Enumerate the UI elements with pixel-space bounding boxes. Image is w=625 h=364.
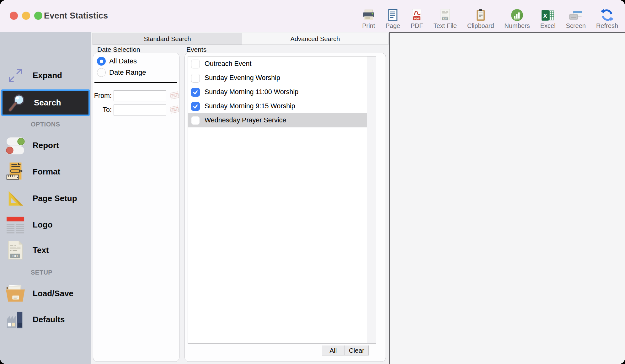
from-date-input[interactable] bbox=[114, 90, 166, 101]
report-content-pane bbox=[389, 32, 625, 364]
window-title: Event Statistics bbox=[44, 0, 108, 32]
clipboard-button[interactable]: Clipboard bbox=[467, 8, 494, 29]
sidebar-item-defaults[interactable]: Defaults bbox=[0, 308, 91, 331]
to-calendar-button[interactable] bbox=[169, 105, 179, 115]
date-range-radio-row[interactable]: Date Range bbox=[97, 67, 146, 78]
to-label: To: bbox=[92, 106, 112, 114]
event-checkbox[interactable] bbox=[191, 102, 200, 111]
print-button[interactable]: Print bbox=[362, 8, 375, 29]
page-icon bbox=[387, 8, 398, 21]
search-tabs: Standard Search Advanced Search bbox=[93, 33, 388, 45]
app-window: Event Statistics Print bbox=[0, 0, 625, 364]
minimize-window-button[interactable] bbox=[22, 12, 30, 20]
events-group: Outreach EventSunday Evening WorshipSund… bbox=[184, 53, 386, 362]
events-scrollbar[interactable] bbox=[367, 56, 376, 343]
tab-standard-search[interactable]: Standard Search bbox=[93, 33, 242, 45]
events-buttons: All Clear bbox=[322, 345, 369, 356]
svg-text:X: X bbox=[543, 13, 547, 19]
event-checkbox[interactable] bbox=[191, 74, 200, 83]
sidebar-item-load-save[interactable]: Load/Save bbox=[0, 282, 91, 305]
search-panel: Standard Search Advanced Search Date Sel… bbox=[91, 32, 389, 364]
logo-layout-icon bbox=[5, 214, 26, 235]
all-dates-radio[interactable] bbox=[97, 57, 106, 66]
sidebar-item-label: Expand bbox=[33, 71, 62, 80]
sidebar-item-label: Load/Save bbox=[33, 289, 73, 298]
svg-text:TXT: TXT bbox=[442, 17, 448, 20]
sidebar-item-format[interactable]: Format bbox=[0, 160, 91, 184]
sidebar-item-label: Search bbox=[34, 98, 61, 108]
clipboard-icon bbox=[476, 8, 486, 21]
sidebar-item-search[interactable]: Search bbox=[1, 89, 90, 116]
event-label: Sunday Evening Worship bbox=[205, 74, 280, 82]
select-all-button[interactable]: All bbox=[322, 345, 345, 355]
refresh-button[interactable]: Refresh bbox=[596, 8, 618, 29]
date-selection-label: Date Selection bbox=[97, 46, 140, 53]
calendar-icon bbox=[169, 91, 179, 101]
sidebar-item-expand[interactable]: Expand bbox=[0, 64, 91, 86]
event-label: Sunday Morning 11:00 Worship bbox=[205, 88, 298, 96]
sidebar-item-page-setup[interactable]: Page Setup bbox=[0, 187, 91, 210]
event-label: Sunday Morning 9:15 Worship bbox=[205, 102, 295, 110]
excel-button[interactable]: X Excel bbox=[540, 8, 556, 29]
sidebar-item-label: Defaults bbox=[33, 315, 65, 324]
screen-button[interactable]: Screen bbox=[566, 8, 586, 29]
all-dates-radio-row[interactable]: All Dates bbox=[97, 56, 137, 66]
event-row[interactable]: Outreach Event bbox=[188, 57, 367, 71]
sidebar-item-label: Logo bbox=[33, 220, 53, 230]
event-checkbox[interactable] bbox=[191, 60, 200, 68]
search-magnifier-icon bbox=[6, 92, 27, 113]
text-file-button[interactable]: TXT Text File bbox=[433, 8, 457, 29]
folder-icon bbox=[5, 283, 26, 304]
close-window-button[interactable] bbox=[10, 12, 18, 20]
event-label: Outreach Event bbox=[205, 60, 251, 68]
pdf-button[interactable]: PDF PDF bbox=[410, 8, 423, 29]
txt-file-icon: TXT bbox=[440, 8, 450, 21]
set-square-icon bbox=[5, 188, 26, 209]
svg-text:PDF: PDF bbox=[414, 17, 420, 20]
date-range-radio[interactable] bbox=[97, 68, 106, 77]
sidebar: Expand Search OPTIONS bbox=[0, 32, 91, 364]
pdf-file-icon: PDF bbox=[412, 8, 422, 21]
event-row[interactable]: Sunday Morning 11:00 Worship bbox=[188, 85, 367, 99]
event-checkbox[interactable] bbox=[191, 88, 200, 97]
sidebar-item-logo[interactable]: Logo bbox=[0, 214, 91, 236]
printer-icon bbox=[362, 8, 375, 21]
expand-arrows-icon bbox=[5, 65, 26, 86]
event-label: Wednesday Prayer Service bbox=[205, 116, 286, 124]
events-list: Outreach EventSunday Evening WorshipSund… bbox=[188, 56, 376, 344]
zoom-window-button[interactable] bbox=[34, 12, 42, 20]
excel-icon: X bbox=[541, 8, 554, 21]
events-label: Events bbox=[186, 46, 206, 53]
from-label: From: bbox=[92, 92, 112, 100]
sidebar-item-report[interactable]: Report bbox=[0, 134, 91, 157]
calendar-icon bbox=[169, 105, 179, 115]
date-range-label: Date Range bbox=[109, 68, 146, 77]
all-dates-label: All Dates bbox=[109, 57, 137, 65]
txt-document-icon: TXT bbox=[5, 240, 26, 260]
date-selection-group: All Dates Date Range From: bbox=[93, 53, 179, 362]
refresh-arrows-icon bbox=[601, 8, 614, 21]
from-calendar-button[interactable] bbox=[169, 91, 179, 101]
format-document-icon bbox=[5, 161, 26, 182]
titlebar: Event Statistics Print bbox=[0, 0, 625, 32]
sidebar-item-label: Report bbox=[33, 141, 59, 150]
window-controls bbox=[10, 12, 42, 20]
toolbar: Print Page bbox=[362, 8, 618, 29]
numbers-chart-icon bbox=[511, 8, 523, 21]
screen-windows-icon bbox=[569, 8, 583, 21]
sidebar-section-setup: SETUP bbox=[31, 269, 52, 276]
event-checkbox[interactable] bbox=[191, 116, 200, 125]
toggles-icon bbox=[5, 135, 26, 156]
numbers-button[interactable]: Numbers bbox=[505, 8, 530, 29]
factory-bars-icon bbox=[5, 309, 26, 330]
sidebar-item-label: Format bbox=[33, 167, 60, 177]
to-date-input[interactable] bbox=[114, 104, 166, 115]
sidebar-item-text[interactable]: TXT Text bbox=[0, 239, 91, 261]
page-button[interactable]: Page bbox=[386, 8, 400, 29]
event-row[interactable]: Sunday Morning 9:15 Worship bbox=[188, 99, 367, 113]
tab-advanced-search[interactable]: Advanced Search bbox=[242, 33, 388, 45]
date-divider bbox=[94, 82, 177, 83]
event-row[interactable]: Sunday Evening Worship bbox=[188, 71, 367, 85]
event-row[interactable]: Wednesday Prayer Service bbox=[188, 113, 367, 127]
clear-all-button[interactable]: Clear bbox=[345, 345, 369, 355]
